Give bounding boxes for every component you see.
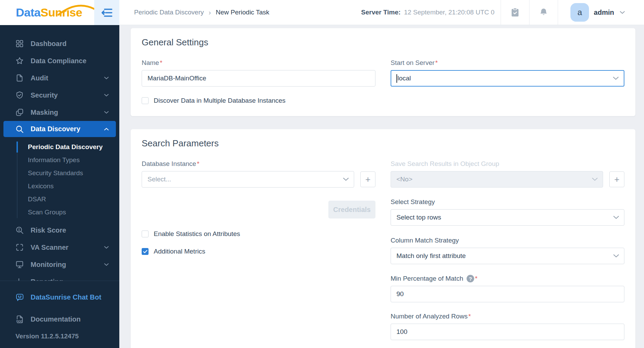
user-menu[interactable]: a admin: [558, 0, 644, 25]
multi-instance-checkbox[interactable]: [142, 97, 149, 104]
submenu-item-information-types[interactable]: Information Types: [0, 154, 119, 167]
sidebar-item-label: Security: [31, 91, 58, 99]
add-database-instance-button[interactable]: +: [360, 171, 375, 187]
server-time: Server Time: 12 September, 21:20:08 UTC …: [361, 0, 501, 25]
sidebar-item-label: Risk Score: [31, 226, 66, 234]
sidebar-item-label: Masking: [31, 109, 58, 116]
tasks-button[interactable]: [501, 0, 529, 25]
chevron-down-icon: [613, 76, 619, 80]
shield-check-icon: [15, 91, 24, 100]
breadcrumb: Periodic Data Discovery › New Periodic T…: [134, 0, 269, 25]
submenu-item-periodic-data-discovery[interactable]: Periodic Data Discovery: [0, 141, 119, 154]
submenu-item-label: Scan Groups: [28, 209, 66, 216]
breadcrumb-separator: ›: [209, 9, 211, 16]
text-cursor: [396, 74, 397, 83]
multi-instance-checkbox-row[interactable]: Discover Data in Multiple Database Insta…: [142, 97, 375, 104]
search-parameters-title: Search Parameters: [142, 138, 624, 149]
chat-bot-icon: [15, 293, 24, 302]
sidebar: DataSunrise Dashboard Data Compli: [0, 0, 119, 348]
metrics-checkbox[interactable]: [142, 248, 149, 255]
submenu-item-label: DSAR: [28, 195, 46, 203]
submenu-item-scan-groups[interactable]: Scan Groups: [0, 206, 119, 219]
submenu-item-label: Lexicons: [28, 182, 54, 190]
help-icon[interactable]: ?: [467, 275, 474, 282]
sidebar-collapse-button[interactable]: [94, 0, 119, 25]
sidebar-item-monitoring[interactable]: Monitoring: [0, 256, 119, 273]
sidebar-item-data-compliance[interactable]: Data Compliance: [0, 52, 119, 69]
chevron-down-icon: [343, 177, 349, 181]
chevron-down-icon: [620, 11, 625, 14]
column-match-strategy-select[interactable]: Match only first attribute: [391, 248, 624, 264]
breadcrumb-root[interactable]: Periodic Data Discovery: [134, 9, 204, 16]
column-match-strategy-label: Column Match Strategy: [391, 237, 624, 244]
app-window: DataSunrise Dashboard Data Compli: [0, 0, 644, 348]
sidebar-item-label: Data Compliance: [31, 57, 86, 65]
credentials-button[interactable]: Credentials: [328, 201, 375, 218]
name-label: Name*: [142, 59, 375, 67]
sidebar-item-risk-score[interactable]: Risk Score: [0, 222, 119, 239]
star-icon: [15, 56, 24, 65]
chatbot-label: DataSunrise Chat Bot: [31, 293, 101, 301]
chevron-down-icon: [613, 254, 619, 258]
required-asterisk: *: [160, 59, 162, 67]
sidebar-item-reporting[interactable]: Reporting: [0, 273, 119, 281]
chevron-down-icon: [104, 263, 109, 266]
submenu-item-label: Information Types: [28, 156, 80, 164]
sidebar-item-data-discovery[interactable]: Data Discovery: [3, 121, 116, 137]
stats-checkbox[interactable]: [142, 231, 149, 237]
version-label: Version 11.2.5.12475: [0, 333, 119, 340]
chevron-down-icon: [104, 76, 109, 80]
avatar-initial: a: [577, 8, 582, 17]
sidebar-item-label: VA Scanner: [31, 244, 68, 251]
stats-checkbox-row[interactable]: Enable Statistics on Attributes: [142, 230, 375, 238]
server-time-value: 12 September, 21:20:08 UTC 0: [404, 9, 494, 16]
data-discovery-submenu: Periodic Data Discovery Information Type…: [0, 137, 119, 222]
search-icon: [15, 125, 24, 134]
select-strategy-value: Select top rows: [396, 214, 441, 221]
submenu-item-dsar[interactable]: DSAR: [0, 193, 119, 206]
sidebar-item-audit[interactable]: Audit: [0, 69, 119, 87]
database-instance-select[interactable]: Select...: [142, 171, 354, 188]
sidebar-item-va-scanner[interactable]: VA Scanner: [0, 239, 119, 256]
sidebar-item-dashboard[interactable]: Dashboard: [0, 35, 119, 52]
select-strategy-select[interactable]: Select top rows: [391, 209, 624, 226]
select-strategy-label: Select Strategy: [391, 198, 624, 206]
svg-text:DOC: DOC: [16, 319, 23, 323]
notifications-button[interactable]: [530, 0, 558, 25]
avatar: a: [570, 3, 589, 22]
chevron-down-icon: [104, 246, 109, 249]
min-match-label: Min Percentage of Match ? *: [391, 275, 624, 282]
metrics-checkbox-label: Additional Metrics: [154, 248, 205, 255]
save-group-label: Save Search Results in Object Group: [391, 160, 624, 168]
general-settings-card: General Settings Name* Discover Data in …: [131, 28, 635, 116]
min-match-input[interactable]: [391, 286, 624, 302]
sidebar-bottom: DataSunrise Chat Bot DOC Documentation V…: [0, 281, 119, 348]
metrics-checkbox-row[interactable]: Additional Metrics: [142, 248, 375, 255]
risk-score-icon: [15, 226, 24, 235]
analyzed-rows-input[interactable]: [391, 324, 624, 340]
multi-instance-checkbox-label: Discover Data in Multiple Database Insta…: [154, 97, 285, 104]
required-asterisk: *: [197, 160, 199, 168]
sidebar-item-security[interactable]: Security: [0, 87, 119, 104]
save-group-select[interactable]: <No>: [391, 171, 603, 188]
datasunrise-logo[interactable]: DataSunrise: [16, 6, 82, 19]
breadcrumb-current: New Periodic Task: [216, 9, 269, 16]
start-on-server-select[interactable]: local: [391, 70, 624, 87]
start-on-server-value: local: [397, 75, 411, 82]
documentation-link[interactable]: DOC Documentation: [0, 311, 119, 328]
sidebar-item-label: Data Discovery: [31, 125, 80, 133]
required-asterisk: *: [475, 275, 477, 282]
submenu-item-security-standards[interactable]: Security Standards: [0, 167, 119, 180]
submenu-item-lexicons[interactable]: Lexicons: [0, 180, 119, 193]
chevron-down-icon: [104, 93, 109, 97]
check-icon: [143, 250, 148, 254]
required-asterisk: *: [435, 59, 438, 67]
sidebar-item-masking[interactable]: Masking: [0, 104, 119, 121]
add-object-group-button[interactable]: +: [609, 171, 624, 187]
name-input[interactable]: [142, 70, 375, 87]
database-instance-label: Database Instance*: [142, 160, 375, 168]
chatbot-link[interactable]: DataSunrise Chat Bot: [0, 289, 119, 306]
main-content: General Settings Name* Discover Data in …: [119, 25, 644, 348]
server-time-label: Server Time:: [361, 9, 401, 16]
chevron-down-icon: [592, 177, 598, 181]
